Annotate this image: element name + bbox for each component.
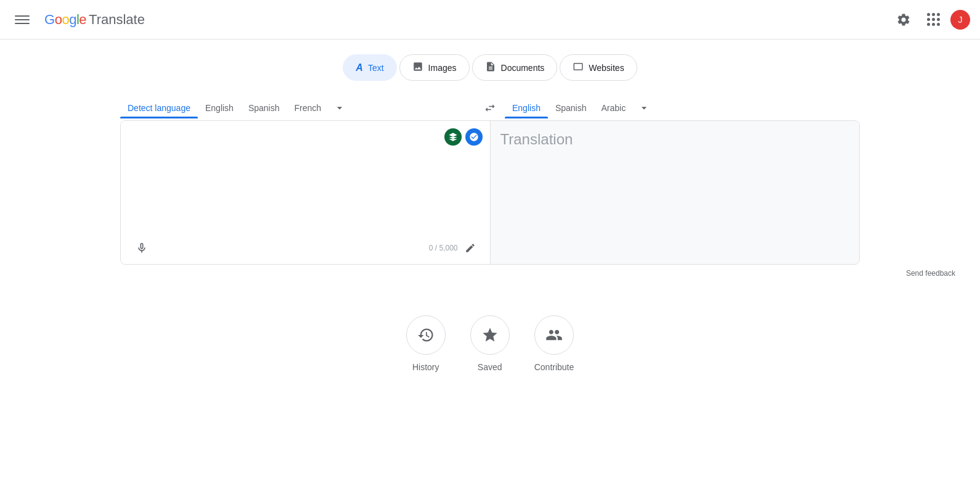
menu-icon xyxy=(15,12,30,27)
tab-websites-label: Websites xyxy=(589,63,624,73)
bottom-section: History Saved Contribute xyxy=(0,315,980,397)
swap-languages-button[interactable] xyxy=(478,96,502,120)
source-bottom-icons: 0 / 5,000 xyxy=(429,238,480,258)
history-icon xyxy=(417,326,435,344)
tab-websites[interactable]: Websites xyxy=(560,54,637,81)
target-panel: Translation xyxy=(491,121,860,264)
target-lang-more-button[interactable] xyxy=(633,99,655,117)
header: Google Translate J xyxy=(0,0,980,39)
char-count: 0 / 5,000 xyxy=(429,244,458,252)
quick-actions: History Saved Contribute xyxy=(406,315,574,372)
swap-area xyxy=(475,96,505,120)
contribute-label: Contribute xyxy=(534,362,574,372)
target-language-selector: English Spanish Arabic xyxy=(505,98,860,118)
source-lang-spanish[interactable]: Spanish xyxy=(241,98,287,118)
mode-tabs: A Text Images Documents Websites xyxy=(0,54,980,81)
documents-icon xyxy=(485,61,496,74)
history-icon-circle xyxy=(406,315,446,355)
send-feedback-link[interactable]: Send feedback xyxy=(906,269,955,278)
target-lang-english[interactable]: English xyxy=(505,98,548,118)
source-bottom-bar: 0 / 5,000 xyxy=(121,232,490,264)
images-icon xyxy=(412,61,423,74)
google-apps-icon xyxy=(927,13,940,26)
settings-icon xyxy=(896,12,911,27)
chevron-down-icon-target xyxy=(638,102,650,114)
tab-text[interactable]: A Text xyxy=(343,54,396,81)
target-lang-spanish[interactable]: Spanish xyxy=(548,98,594,118)
edit-icon xyxy=(465,242,476,254)
source-icons xyxy=(444,128,483,146)
source-lang-detect[interactable]: Detect language xyxy=(120,98,198,118)
translation-panels-container: 0 / 5,000 Translation xyxy=(96,120,884,265)
translation-output: Translation xyxy=(491,121,860,264)
logo-translate-text: Translate xyxy=(89,12,145,28)
history-label: History xyxy=(412,362,439,372)
logo-google-text: Google xyxy=(44,12,86,28)
language-selection-row: Detect language English Spanish French E… xyxy=(96,96,884,120)
send-feedback-container: Send feedback xyxy=(0,267,980,278)
settings-button[interactable] xyxy=(891,7,916,32)
header-right: J xyxy=(891,7,970,32)
google-translate-logo[interactable]: Google Translate xyxy=(44,12,145,28)
avatar[interactable]: J xyxy=(950,10,970,30)
panels-row: 0 / 5,000 Translation xyxy=(120,120,860,265)
header-left: Google Translate xyxy=(10,7,891,32)
tab-documents[interactable]: Documents xyxy=(472,54,558,81)
microphone-icon xyxy=(136,242,148,254)
source-textarea-wrapper xyxy=(121,121,490,232)
edit-button[interactable] xyxy=(460,238,480,258)
tab-documents-label: Documents xyxy=(501,63,545,73)
saved-button[interactable]: Saved xyxy=(470,315,510,372)
source-language-selector: Detect language English Spanish French xyxy=(120,98,475,118)
menu-button[interactable] xyxy=(10,7,35,32)
contribute-button[interactable]: Contribute xyxy=(534,315,574,372)
tab-images-label: Images xyxy=(428,63,457,73)
target-lang-arabic[interactable]: Arabic xyxy=(594,98,634,118)
chevron-down-icon xyxy=(333,102,346,114)
swap-icon xyxy=(484,102,496,114)
contribute-icon-circle xyxy=(534,315,574,355)
saved-label: Saved xyxy=(478,362,502,372)
microphone-button[interactable] xyxy=(131,237,153,259)
history-button[interactable]: History xyxy=(406,315,446,372)
tab-text-label: Text xyxy=(368,63,384,73)
source-text-input[interactable] xyxy=(131,131,480,217)
text-icon: A xyxy=(356,62,363,73)
people-icon xyxy=(545,326,563,344)
tab-images[interactable]: Images xyxy=(399,54,470,81)
source-lang-more-button[interactable] xyxy=(329,99,351,117)
translation-placeholder: Translation xyxy=(500,131,573,147)
gemini-icon-2[interactable] xyxy=(465,128,483,146)
gemini-icon-1[interactable] xyxy=(444,128,462,146)
source-lang-english[interactable]: English xyxy=(198,98,241,118)
google-apps-button[interactable] xyxy=(921,7,945,32)
source-panel: 0 / 5,000 xyxy=(121,121,491,264)
source-lang-french[interactable]: French xyxy=(287,98,329,118)
websites-icon xyxy=(573,61,584,74)
star-icon xyxy=(481,326,499,344)
saved-icon-circle xyxy=(470,315,510,355)
main-content: A Text Images Documents Websites Detect … xyxy=(0,39,980,397)
